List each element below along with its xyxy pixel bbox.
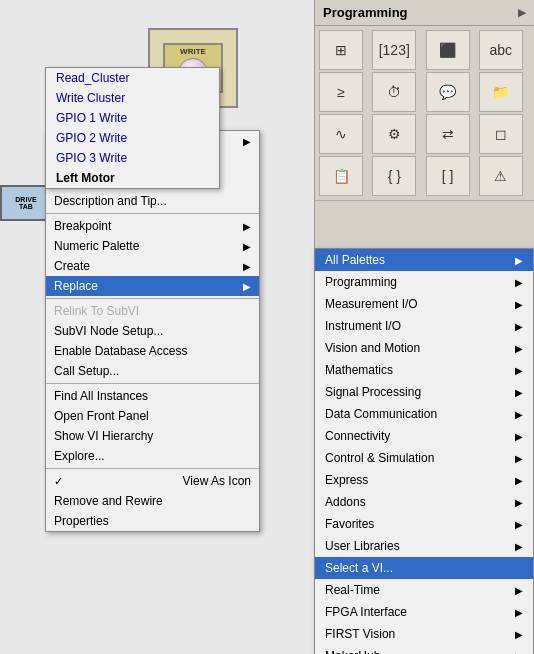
string-icon[interactable]: abc — [479, 30, 523, 70]
context-menu-item-15[interactable]: Explore... — [46, 446, 259, 466]
submenu-gpio1[interactable]: GPIO 1 Write — [46, 108, 219, 128]
drive-line2: TAB — [19, 203, 33, 210]
numeric-icon[interactable]: [123] — [372, 30, 416, 70]
right-menu-item-6[interactable]: Data Communication▶ — [315, 403, 533, 425]
boolean-icon[interactable]: ⬛ — [426, 30, 470, 70]
context-menu-item-3[interactable]: Description and Tip... — [46, 191, 259, 211]
palette-title: Programming — [323, 5, 408, 20]
context-menu-item-7[interactable]: Replace▶ — [46, 276, 259, 296]
context-menu-item-14[interactable]: Show VI Hierarchy — [46, 426, 259, 446]
context-menu-item-18[interactable]: Properties — [46, 511, 259, 531]
graphics-icon[interactable]: ◻ — [479, 114, 523, 154]
app-icon[interactable]: ⚙ — [372, 114, 416, 154]
right-menu-item-11[interactable]: Favorites▶ — [315, 513, 533, 535]
context-menu-item-13[interactable]: Open Front Panel — [46, 406, 259, 426]
context-menu: Visible Items▶HelpExamplesDescription an… — [45, 130, 260, 532]
drive-line1: DRIVE — [15, 196, 36, 203]
timing-icon[interactable]: ⏱ — [372, 72, 416, 112]
right-menu-item-12[interactable]: User Libraries▶ — [315, 535, 533, 557]
vi-write-label: WRITE — [180, 47, 206, 56]
vi-submenu: Read_Cluster Write Cluster GPIO 1 Write … — [45, 67, 220, 189]
context-menu-item-5[interactable]: Numeric Palette▶ — [46, 236, 259, 256]
all-palettes-header[interactable]: All Palettes▶ — [315, 249, 533, 271]
right-menu-item-5[interactable]: Signal Processing▶ — [315, 381, 533, 403]
context-menu-item-12[interactable]: Find All Instances — [46, 386, 259, 406]
right-menu-item-13[interactable]: Select a VI... — [315, 557, 533, 579]
context-menu-item-4[interactable]: Breakpoint▶ — [46, 216, 259, 236]
cluster-icon[interactable]: { } — [372, 156, 416, 196]
right-menu-item-1[interactable]: Measurement I/O▶ — [315, 293, 533, 315]
waveform-icon[interactable]: ∿ — [319, 114, 363, 154]
context-menu-item-6[interactable]: Create▶ — [46, 256, 259, 276]
submenu-gpio3[interactable]: GPIO 3 Write — [46, 148, 219, 168]
right-menu-item-4[interactable]: Mathematics▶ — [315, 359, 533, 381]
right-menu-item-15[interactable]: FPGA Interface▶ — [315, 601, 533, 623]
submenu-read-cluster[interactable]: Read_Cluster — [46, 68, 219, 88]
right-menu-item-7[interactable]: Connectivity▶ — [315, 425, 533, 447]
submenu-gpio2[interactable]: GPIO 2 Write — [46, 128, 219, 148]
right-menu-item-16[interactable]: FIRST Vision▶ — [315, 623, 533, 645]
context-menu-item-9[interactable]: SubVI Node Setup... — [46, 321, 259, 341]
context-menu-item-16[interactable]: View As Icon — [46, 471, 259, 491]
right-menu-item-10[interactable]: Addons▶ — [315, 491, 533, 513]
context-menu-item-10[interactable]: Enable Database Access — [46, 341, 259, 361]
error-icon[interactable]: ⚠ — [479, 156, 523, 196]
sync-icon[interactable]: ⇄ — [426, 114, 470, 154]
context-menu-item-8: Relink To SubVI — [46, 301, 259, 321]
right-menu-item-8[interactable]: Control & Simulation▶ — [315, 447, 533, 469]
submenu-write-cluster[interactable]: Write Cluster — [46, 88, 219, 108]
right-menu-item-2[interactable]: Instrument I/O▶ — [315, 315, 533, 337]
submenu-left-motor[interactable]: Left Motor — [46, 168, 219, 188]
context-menu-item-11[interactable]: Call Setup... — [46, 361, 259, 381]
report-icon[interactable]: 📋 — [319, 156, 363, 196]
right-menu-item-9[interactable]: Express▶ — [315, 469, 533, 491]
right-menu-item-14[interactable]: Real-Time▶ — [315, 579, 533, 601]
context-menu-item-17[interactable]: Remove and Rewire — [46, 491, 259, 511]
file-icon[interactable]: 📁 — [479, 72, 523, 112]
palette-arrow-icon: ▶ — [518, 7, 526, 18]
right-menu-item-0[interactable]: Programming▶ — [315, 271, 533, 293]
dialog-icon[interactable]: 💬 — [426, 72, 470, 112]
palette-icons-grid: ⊞[123]⬛abc≥⏱💬📁∿⚙⇄◻📋{ }[ ]⚠ — [315, 26, 534, 201]
array-icon[interactable]: [ ] — [426, 156, 470, 196]
all-palettes-panel: All Palettes▶Programming▶Measurement I/O… — [314, 248, 534, 654]
right-menu-item-17[interactable]: MakerHub▶ — [315, 645, 533, 654]
comparison-icon[interactable]: ≥ — [319, 72, 363, 112]
palette-header: Programming ▶ — [315, 0, 534, 26]
struct-icon[interactable]: ⊞ — [319, 30, 363, 70]
right-menu-item-3[interactable]: Vision and Motion▶ — [315, 337, 533, 359]
